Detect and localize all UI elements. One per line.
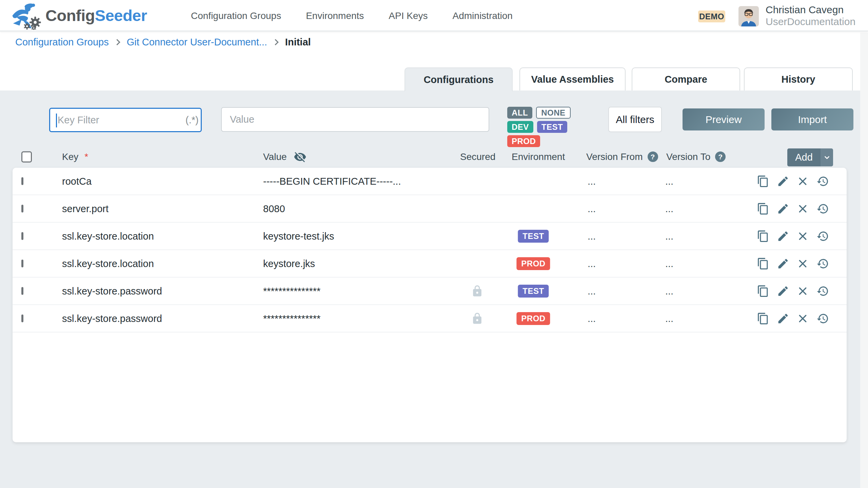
all-filters-button[interactable]: All filters — [608, 107, 662, 132]
edit-icon[interactable] — [777, 202, 789, 215]
history-icon[interactable] — [816, 312, 829, 325]
env-toggle-all[interactable]: ALL — [507, 107, 532, 119]
add-button[interactable]: Add — [787, 148, 821, 166]
config-value: 8080 — [263, 203, 285, 214]
table-row: ssl.key-store.location keystore-test.jks… — [13, 223, 847, 250]
copy-icon[interactable] — [757, 175, 769, 187]
config-value: *************** — [263, 313, 320, 324]
row-checkbox[interactable] — [21, 314, 23, 322]
config-value: keystore-test.jks — [263, 230, 334, 242]
version-from-value[interactable]: ... — [588, 313, 596, 324]
version-to-value[interactable]: ... — [665, 258, 673, 269]
tab-value-assemblies[interactable]: Value Assemblies — [519, 67, 626, 90]
version-from-value[interactable]: ... — [588, 230, 596, 242]
nav-item-environments[interactable]: Environments — [306, 11, 364, 21]
lock-icon — [471, 312, 484, 325]
table-header: Key* Value Secured Environment Version F… — [0, 146, 868, 168]
row-checkbox[interactable] — [21, 287, 23, 295]
import-button[interactable]: Import — [771, 108, 853, 130]
help-icon[interactable]: ? — [715, 151, 726, 162]
config-key: ssl.key-store.password — [62, 285, 162, 297]
tab-bar: ConfigurationsValue AssembliesCompareHis… — [0, 67, 868, 90]
version-to-value[interactable]: ... — [665, 313, 673, 324]
delete-icon[interactable] — [796, 230, 809, 242]
copy-icon[interactable] — [757, 312, 769, 325]
breadcrumb-configuration-groups[interactable]: Configuration Groups — [15, 37, 109, 48]
chevron-right-icon — [272, 39, 278, 45]
tab-history[interactable]: History — [744, 67, 853, 90]
value-filter-input[interactable] — [222, 108, 489, 131]
version-to-value[interactable]: ... — [665, 203, 673, 214]
delete-icon[interactable] — [796, 312, 809, 325]
config-key: rootCa — [62, 176, 92, 187]
version-to-value[interactable]: ... — [665, 285, 673, 297]
tab-compare[interactable]: Compare — [632, 67, 740, 90]
history-icon[interactable] — [816, 175, 829, 187]
env-toggle-prod[interactable]: PROD — [507, 135, 540, 147]
select-all-checkbox[interactable] — [21, 151, 32, 162]
delete-icon[interactable] — [796, 257, 809, 270]
environment-filter-toggles: ALLNONEDEVTESTPROD — [507, 107, 590, 147]
column-header-version-to: Version To ? — [666, 151, 726, 162]
column-header-secured: Secured — [460, 151, 495, 162]
text-caret — [56, 114, 57, 127]
copy-icon[interactable] — [757, 257, 769, 270]
env-toggle-none[interactable]: NONE — [536, 107, 570, 119]
edit-icon[interactable] — [777, 285, 789, 297]
version-from-value[interactable]: ... — [588, 176, 596, 187]
brand-title[interactable]: ConfigSeeder — [45, 6, 147, 25]
version-from-value[interactable]: ... — [588, 258, 596, 269]
user-tenant: UserDocumentation — [766, 16, 855, 27]
edit-icon[interactable] — [777, 230, 789, 242]
tab-configurations[interactable]: Configurations — [405, 67, 513, 91]
env-toggle-dev[interactable]: DEV — [507, 121, 533, 133]
configseeder-logo-icon — [9, 2, 43, 30]
column-header-key[interactable]: Key* — [62, 151, 88, 162]
edit-icon[interactable] — [777, 175, 789, 187]
version-to-value[interactable]: ... — [665, 176, 673, 187]
version-from-value[interactable]: ... — [588, 285, 596, 297]
row-checkbox[interactable] — [21, 260, 23, 267]
nav-item-api-keys[interactable]: API Keys — [389, 11, 428, 21]
scrollbar-track[interactable] — [860, 33, 868, 488]
add-dropdown-toggle[interactable] — [821, 148, 833, 166]
history-icon[interactable] — [816, 285, 829, 297]
column-header-value[interactable]: Value — [263, 150, 307, 163]
nav-item-configuration-groups[interactable]: Configuration Groups — [191, 11, 281, 21]
eye-off-icon[interactable] — [294, 150, 307, 163]
nav-item-administration[interactable]: Administration — [453, 11, 513, 21]
chevron-right-icon — [114, 39, 120, 45]
copy-icon[interactable] — [757, 202, 769, 215]
delete-icon[interactable] — [796, 285, 809, 297]
edit-icon[interactable] — [777, 257, 789, 270]
breadcrumb: Configuration GroupsGit Connector User-D… — [15, 37, 311, 48]
env-toggle-test[interactable]: TEST — [537, 121, 567, 133]
preview-button[interactable]: Preview — [683, 108, 765, 130]
edit-icon[interactable] — [777, 312, 789, 325]
table-row: ssl.key-store.password *************** T… — [13, 278, 847, 305]
copy-icon[interactable] — [757, 285, 769, 297]
copy-icon[interactable] — [757, 230, 769, 242]
history-icon[interactable] — [816, 202, 829, 215]
user-name[interactable]: Christian Cavegn — [766, 4, 844, 16]
key-filter-input[interactable] — [50, 109, 185, 131]
main-nav: Configuration GroupsEnvironmentsAPI Keys… — [191, 0, 513, 32]
breadcrumb-initial[interactable]: Initial — [285, 37, 311, 48]
column-header-version-from: Version From ? — [586, 151, 658, 162]
version-from-value[interactable]: ... — [588, 203, 596, 214]
breadcrumb-git-connector-user-document[interactable]: Git Connector User-Document... — [127, 37, 267, 48]
row-checkbox[interactable] — [21, 232, 23, 240]
history-icon[interactable] — [816, 230, 829, 242]
help-icon[interactable]: ? — [648, 151, 658, 162]
key-filter-field: (.*) — [49, 108, 202, 132]
demo-environment-badge: DEMO — [698, 11, 725, 22]
delete-icon[interactable] — [796, 202, 809, 215]
delete-icon[interactable] — [796, 175, 809, 187]
row-checkbox[interactable] — [21, 177, 23, 185]
row-checkbox[interactable] — [21, 205, 23, 212]
user-avatar[interactable] — [738, 6, 759, 26]
regex-suffix: (.*) — [185, 115, 205, 126]
configurations-table: rootCa -----BEGIN CERTIFICATE-----... ..… — [13, 168, 847, 442]
version-to-value[interactable]: ... — [665, 230, 673, 242]
history-icon[interactable] — [816, 257, 829, 270]
